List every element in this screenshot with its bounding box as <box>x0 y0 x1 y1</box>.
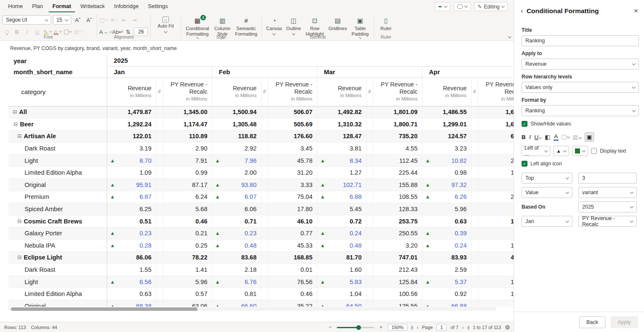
based-on-month-select[interactable]: Jan <box>522 216 572 227</box>
hash-cell-feb[interactable] <box>261 227 268 240</box>
py-revenue-cell-feb[interactable]: 0.46 <box>268 288 317 300</box>
revenue-cell-feb[interactable]: ▲0.23 <box>212 227 261 240</box>
revenue-cell-mar[interactable]: 1,492.82 <box>317 106 366 118</box>
hash-cell-feb[interactable] <box>261 240 268 252</box>
zoom-level[interactable]: 150% <box>388 324 407 331</box>
hash-cell-feb[interactable] <box>261 167 268 179</box>
hash-cell-mar[interactable] <box>366 142 373 155</box>
column-style-button[interactable]: ▥ Column Style <box>211 15 233 34</box>
revenue-cell-feb[interactable]: 118.82 <box>212 130 261 142</box>
hash-cell-apr[interactable] <box>471 142 478 155</box>
revenue-cell-mar[interactable]: 5.45 <box>317 203 366 215</box>
revenue-cell-mar[interactable]: ▲102.71 <box>317 179 366 191</box>
hash-cell-apr[interactable] <box>471 276 478 288</box>
py-revenue-cell-apr[interactable]: 10. <box>478 142 514 155</box>
py-revenue-cell-mar[interactable]: 212.43 <box>373 264 422 276</box>
py-revenue-cell-mar[interactable]: 4.55 <box>373 142 422 155</box>
py-revenue-cell-feb[interactable]: 3.33 <box>268 179 317 191</box>
next-page-button[interactable]: › <box>462 325 464 330</box>
zoom-slider[interactable] <box>337 325 374 330</box>
revenue-cell-jan[interactable]: ▲8.70 <box>107 154 156 167</box>
row-hierarchy-select[interactable]: Values only <box>522 82 639 93</box>
revenue-cell-apr[interactable]: ▲66.88 <box>422 300 471 307</box>
py-revenue-cell-jan[interactable]: 5.68 <box>163 203 212 215</box>
py-revenue-cell-mar[interactable]: 128.33 <box>373 203 422 215</box>
py-revenue-cell-apr[interactable]: 177. <box>478 215 514 227</box>
conditional-formatting-button[interactable]: ▦ 1 Conditional Formatting <box>183 15 211 34</box>
outline-button[interactable]: ◫ Outline <box>284 15 303 34</box>
revenue-cell-apr[interactable]: 1,299.01 <box>422 118 471 131</box>
apply-to-select[interactable]: Revenue <box>522 59 639 70</box>
menu-item-home[interactable]: Home <box>4 0 27 12</box>
py-revenue-cell-feb[interactable]: 506.07 <box>268 106 317 118</box>
py-revenue-column-header-feb[interactable]: PY Revenue -Recalcin Millions <box>268 78 317 106</box>
revenue-cell-apr[interactable]: 0.63 <box>422 215 471 227</box>
revenue-cell-mar[interactable]: 0.72 <box>317 215 366 227</box>
hash-cell-apr[interactable] <box>471 130 478 142</box>
semantic-formatting-button[interactable]: # Semantic Formatting <box>233 15 259 34</box>
py-revenue-cell-jan[interactable]: 5.96 <box>163 276 212 288</box>
revenue-cell-feb[interactable]: ▲6.07 <box>212 191 261 203</box>
hash-cell-feb[interactable] <box>261 154 268 167</box>
revenue-cell-feb[interactable]: 83.68 <box>212 251 261 264</box>
icon-color-select[interactable] <box>572 146 588 156</box>
hash-cell-apr[interactable] <box>471 154 478 167</box>
hash-cell-jan[interactable] <box>156 154 163 167</box>
hash-cell-mar[interactable] <box>366 264 373 276</box>
revenue-cell-mar[interactable]: ▲64.50 <box>317 300 366 307</box>
revenue-cell-feb[interactable]: ▲93.80 <box>212 179 261 191</box>
hash-cell-mar[interactable] <box>366 288 373 300</box>
previous-page-button[interactable]: ‹ <box>417 325 418 330</box>
collapse-icon[interactable]: ⊟ <box>14 121 18 127</box>
display-text-checkbox[interactable]: Display text <box>591 148 626 154</box>
rank-mode-select[interactable]: Value <box>522 187 572 198</box>
py-revenue-cell-apr[interactable]: 610. <box>478 130 514 142</box>
py-revenue-cell-mar[interactable]: 735.20 <box>373 130 422 142</box>
row-label-limited-edition-alpha[interactable]: Limited Edition Alpha <box>8 288 107 300</box>
py-revenue-cell-feb[interactable]: 168.85 <box>268 251 317 264</box>
py-revenue-cell-feb[interactable]: 45.33 <box>268 240 317 252</box>
shading-icon[interactable]: ▨ <box>573 134 581 140</box>
hash-column-header-jan[interactable]: # <box>156 78 163 106</box>
menu-item-format[interactable]: Format <box>49 0 75 12</box>
hash-cell-feb[interactable] <box>261 264 268 276</box>
revenue-cell-jan[interactable]: 0.63 <box>107 288 156 300</box>
revenue-cell-apr[interactable]: 1,486.55 <box>422 106 471 118</box>
last-page-button[interactable]: ›| <box>467 325 469 330</box>
revenue-cell-feb[interactable]: 2.18 <box>212 264 261 276</box>
bold-icon[interactable]: B <box>522 134 526 140</box>
py-revenue-cell-mar[interactable]: 747.01 <box>373 251 422 264</box>
panel-back-icon[interactable]: ‹ <box>521 7 523 15</box>
py-revenue-cell-feb[interactable]: 46.10 <box>268 215 317 227</box>
py-revenue-cell-mar[interactable]: 225.44 <box>373 167 422 179</box>
hash-cell-feb[interactable] <box>261 203 268 215</box>
row-label-artisan-ale[interactable]: ⊟Artisan Ale <box>8 130 107 142</box>
hash-cell-mar[interactable] <box>366 191 373 203</box>
py-revenue-cell-jan[interactable]: 7.91 <box>163 154 212 167</box>
revenue-cell-jan[interactable]: 1,479.87 <box>107 106 156 118</box>
revenue-cell-feb[interactable]: 1,305.48 <box>212 118 261 131</box>
revenue-cell-feb[interactable]: 0.71 <box>212 215 261 227</box>
format-by-select[interactable]: Ranking <box>522 105 639 116</box>
font-name-select[interactable]: Segoe UI <box>3 15 51 25</box>
revenue-cell-mar[interactable]: 1,310.32 <box>317 118 366 131</box>
revenue-cell-mar[interactable]: 81.70 <box>317 251 366 264</box>
revenue-cell-apr[interactable]: ▲0.24 <box>422 240 471 252</box>
py-revenue-cell-mar[interactable]: 108.55 <box>373 191 422 203</box>
hash-cell-mar[interactable] <box>366 215 373 227</box>
hash-cell-mar[interactable] <box>366 106 373 118</box>
row-label-spiced-amber[interactable]: Spiced Amber <box>8 203 107 215</box>
hash-cell-mar[interactable] <box>366 167 373 179</box>
revenue-cell-apr[interactable]: ▲10.82 <box>422 154 471 167</box>
hash-cell-jan[interactable] <box>156 191 163 203</box>
hash-cell-jan[interactable] <box>156 276 163 288</box>
row-label-eclipse-light[interactable]: ⊟Eclipse Light <box>8 251 107 264</box>
revenue-cell-apr[interactable]: ▲5.37 <box>422 276 471 288</box>
py-revenue-column-header-apr[interactable]: PY Revenue -Recalcin Millions <box>478 78 514 106</box>
revenue-cell-apr[interactable]: 83.93 <box>422 251 471 264</box>
hash-cell-apr[interactable] <box>471 191 478 203</box>
hash-cell-apr[interactable] <box>471 240 478 252</box>
py-revenue-cell-feb[interactable]: 0.01 <box>268 264 317 276</box>
revenue-cell-mar[interactable]: ▲0.24 <box>317 227 366 240</box>
hash-cell-apr[interactable] <box>471 288 478 300</box>
